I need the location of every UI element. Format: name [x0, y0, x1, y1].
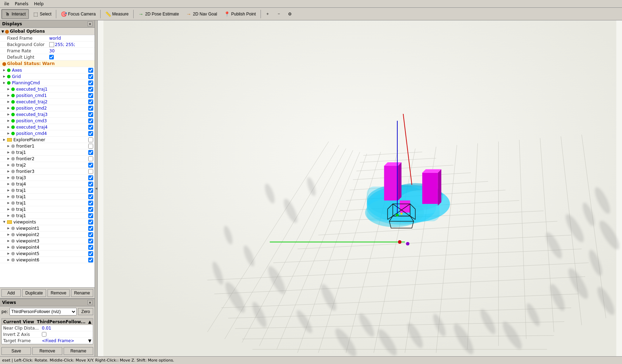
traj3-checkbox[interactable] — [88, 175, 93, 180]
position-cmd2-checkbox[interactable] — [88, 106, 93, 111]
tree-item-viewpoint3[interactable]: ▶ viewpoint3 — [0, 238, 95, 244]
add-display-button[interactable]: Add — [1, 289, 21, 297]
global-options-header[interactable]: ▼ ● Global Options — [0, 28, 95, 35]
tree-item-frontier1[interactable]: ▶ frontier1 — [0, 143, 95, 149]
viewport-3d[interactable] — [98, 20, 622, 356]
tree-item-traj1-a[interactable]: ▶ traj1 — [0, 149, 95, 156]
traj1a-checkbox[interactable] — [88, 150, 93, 155]
interact-button[interactable]: 🖱 Interact — [1, 9, 29, 19]
tree-item-position-cmd1[interactable]: ▶ position_cmd1 — [0, 92, 95, 99]
panel-collapse-handle[interactable] — [95, 20, 98, 356]
minus-toolbar-button[interactable]: － — [274, 9, 284, 19]
add-toolbar-button[interactable]: ＋ — [262, 9, 273, 19]
invert-z-checkbox[interactable] — [42, 332, 46, 337]
tree-item-frontier2[interactable]: ▶ frontier2 — [0, 156, 95, 162]
tree-item-exploreplanner[interactable]: ▶ ExplorePlanner — [0, 137, 95, 143]
tree-item-traj4[interactable]: ▶ traj4 — [0, 181, 95, 187]
measure-button[interactable]: 📏 Measure — [102, 9, 132, 19]
tree-item-viewpoint4[interactable]: ▶ viewpoint4 — [0, 244, 95, 251]
viewpoint2-checkbox[interactable] — [88, 232, 93, 237]
position-cmd4-checkbox[interactable] — [88, 131, 93, 136]
traj1c-checkbox[interactable] — [88, 194, 93, 199]
tree-item-position-cmd3[interactable]: ▶ position_cmd3 — [0, 118, 95, 124]
tree-item-executed-traj3[interactable]: ▶ executed_traj3 — [0, 111, 95, 118]
executed-traj2-checkbox[interactable] — [88, 99, 93, 104]
tree-item-executed-traj1[interactable]: ▶ executed_traj1 — [0, 86, 95, 92]
tree-item-traj1-e[interactable]: ▶ traj1 — [0, 206, 95, 213]
views-zero-button[interactable]: Zero — [78, 308, 93, 315]
tree-item-traj1-f[interactable]: ▶ traj1 — [0, 213, 95, 219]
displays-tree[interactable]: ▼ ● Global Options Fixed Frame world Bac… — [0, 28, 95, 287]
tree-item-viewpoint1[interactable]: ▶ viewpoint1 — [0, 225, 95, 232]
viewpoint5-checkbox[interactable] — [88, 251, 93, 256]
fixed-frame-value[interactable]: world — [49, 36, 93, 41]
grid-checkbox[interactable] — [88, 74, 93, 79]
rename-display-button[interactable]: Rename — [71, 289, 93, 297]
tree-item-position-cmd4[interactable]: ▶ position_cmd4 — [0, 130, 95, 137]
executed-traj3-checkbox[interactable] — [88, 112, 93, 117]
views-type-select[interactable]: ThirdPersonFollower (rviz) — [9, 308, 77, 316]
viewpoint4-checkbox[interactable] — [88, 245, 93, 250]
planningcmd-checkbox[interactable] — [88, 80, 93, 85]
position-cmd4-icon — [11, 132, 15, 135]
remove-display-button[interactable]: Remove — [47, 289, 70, 297]
remove-view-button[interactable]: Remove — [32, 347, 62, 355]
frontier1-checkbox[interactable] — [88, 144, 93, 149]
rename-view-button[interactable]: Rename — [64, 347, 93, 355]
tree-item-traj1-d[interactable]: ▶ traj1 — [0, 200, 95, 206]
focus-camera-button[interactable]: 🎯 Focus Camera — [58, 9, 99, 19]
tree-item-executed-traj2[interactable]: ▶ executed_traj2 — [0, 99, 95, 105]
traj4-checkbox[interactable] — [88, 182, 93, 187]
tree-item-planningcmd[interactable]: ▶ PlanningCmd — [0, 80, 95, 86]
axes-checkbox[interactable] — [88, 68, 93, 73]
save-view-button[interactable]: Save — [1, 347, 31, 355]
position-cmd1-checkbox[interactable] — [88, 93, 93, 98]
tree-item-traj1-b[interactable]: ▶ traj1 — [0, 187, 95, 194]
frontier2-checkbox[interactable] — [88, 156, 93, 161]
traj1f-checkbox[interactable] — [88, 213, 93, 218]
executed-traj4-checkbox[interactable] — [88, 125, 93, 130]
traj1e-checkbox[interactable] — [88, 207, 93, 212]
tree-item-viewpoint5[interactable]: ▶ viewpoint5 — [0, 251, 95, 257]
views-type-label: pe: — [1, 309, 8, 314]
traj1d-checkbox[interactable] — [88, 201, 93, 206]
nav-goal-button[interactable]: → 2D Nav Goal — [183, 9, 220, 19]
viewpoint1-checkbox[interactable] — [88, 226, 93, 231]
traj1b-checkbox[interactable] — [88, 188, 93, 193]
tree-item-frontier3[interactable]: ▶ frontier3 — [0, 168, 95, 175]
position-cmd3-checkbox[interactable] — [88, 118, 93, 123]
target-frame-value[interactable]: <Fixed Frame> — [42, 338, 88, 343]
exploreplanner-checkbox[interactable] — [88, 137, 93, 142]
tree-item-position-cmd2[interactable]: ▶ position_cmd2 — [0, 105, 95, 111]
viewpoint3-checkbox[interactable] — [88, 239, 93, 243]
default-light-checkbox[interactable] — [49, 55, 54, 59]
tree-item-traj3[interactable]: ▶ traj3 — [0, 175, 95, 181]
tree-item-traj2[interactable]: ▶ traj2 — [0, 162, 95, 168]
pose-estimate-button[interactable]: → 2D Pose Estimate — [135, 9, 182, 19]
frame-rate-value[interactable]: 30 — [49, 48, 93, 53]
viewpoint6-checkbox[interactable] — [88, 258, 93, 262]
traj2-checkbox[interactable] — [88, 163, 93, 168]
near-clip-value[interactable]: 0.01 — [42, 326, 91, 331]
viewpoints-checkbox[interactable] — [88, 220, 93, 225]
tree-item-viewpoint6[interactable]: ▶ viewpoint6 — [0, 257, 95, 263]
tree-item-traj1-c[interactable]: ▶ traj1 — [0, 194, 95, 200]
executed-traj1-checkbox[interactable] — [88, 87, 93, 92]
settings-toolbar-button[interactable]: ⚙ — [285, 9, 295, 19]
tree-item-viewpoint2[interactable]: ▶ viewpoint2 — [0, 232, 95, 238]
menu-file[interactable]: ile — [1, 1, 12, 7]
tree-item-viewpoints[interactable]: ▼ viewpoints — [0, 219, 95, 225]
fixed-frame-row: Fixed Frame world — [0, 35, 95, 41]
tree-item-grid[interactable]: ▶ Grid — [0, 73, 95, 80]
background-color-swatch[interactable] — [49, 42, 54, 47]
select-button[interactable]: ⬚ Select — [30, 9, 54, 19]
displays-close-button[interactable]: ✕ — [88, 21, 92, 26]
publish-point-button[interactable]: 📍 Publish Point — [221, 9, 259, 19]
tree-item-executed-traj4[interactable]: ▶ executed_traj4 — [0, 124, 95, 130]
menu-help[interactable]: Help — [31, 1, 46, 7]
frontier3-checkbox[interactable] — [88, 169, 93, 174]
views-close-button[interactable]: ✕ — [88, 300, 92, 305]
duplicate-display-button[interactable]: Duplicate — [22, 289, 46, 297]
tree-item-axes[interactable]: ▶ Axes — [0, 67, 95, 73]
menu-panels[interactable]: Panels — [12, 1, 31, 7]
